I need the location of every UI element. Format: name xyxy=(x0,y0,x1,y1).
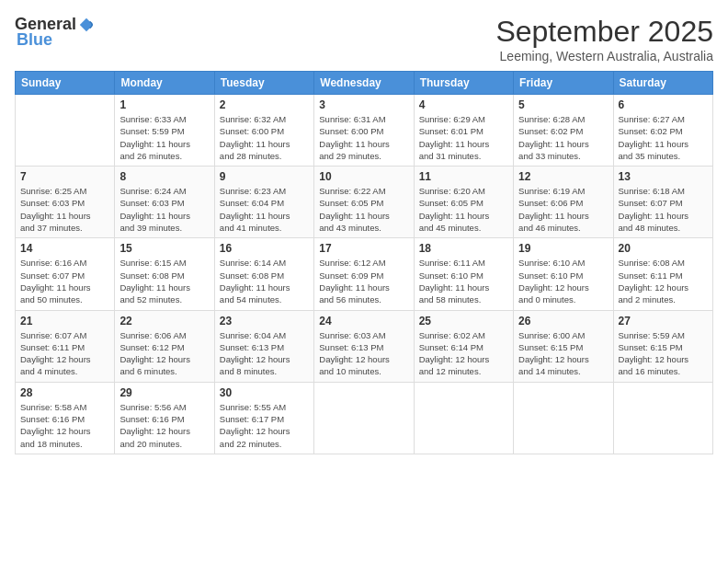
day-number: 4 xyxy=(419,98,508,111)
calendar-cell xyxy=(314,382,414,454)
day-number: 18 xyxy=(419,242,508,255)
cell-info: Sunrise: 6:07 AMSunset: 6:11 PMDaylight:… xyxy=(20,329,109,378)
calendar-week-row: 7Sunrise: 6:25 AMSunset: 6:03 PMDaylight… xyxy=(16,167,713,238)
calendar-cell: 22Sunrise: 6:06 AMSunset: 6:12 PMDayligh… xyxy=(115,310,214,382)
day-number: 17 xyxy=(319,242,408,255)
day-number: 11 xyxy=(419,170,508,183)
calendar-header-row: SundayMondayTuesdayWednesdayThursdayFrid… xyxy=(16,72,713,95)
calendar-cell: 5Sunrise: 6:28 AMSunset: 6:02 PMDaylight… xyxy=(514,95,613,167)
cell-info: Sunrise: 6:04 AMSunset: 6:13 PMDaylight:… xyxy=(220,329,309,378)
calendar-week-row: 14Sunrise: 6:16 AMSunset: 6:07 PMDayligh… xyxy=(16,238,713,310)
page-header: General Blue September 2025 Leeming, Wes… xyxy=(15,15,713,63)
cell-info: Sunrise: 5:58 AMSunset: 6:16 PMDaylight:… xyxy=(20,401,109,450)
cell-info: Sunrise: 6:11 AMSunset: 6:10 PMDaylight:… xyxy=(419,257,508,305)
cell-info: Sunrise: 6:15 AMSunset: 6:08 PMDaylight:… xyxy=(119,257,209,305)
cell-info: Sunrise: 6:00 AMSunset: 6:15 PMDaylight:… xyxy=(518,329,608,378)
cell-info: Sunrise: 6:18 AMSunset: 6:07 PMDaylight:… xyxy=(619,185,708,234)
calendar-cell: 4Sunrise: 6:29 AMSunset: 6:01 PMDaylight… xyxy=(414,95,513,167)
cell-info: Sunrise: 6:33 AMSunset: 5:59 PMDaylight:… xyxy=(119,113,209,162)
cell-info: Sunrise: 6:19 AMSunset: 6:06 PMDaylight:… xyxy=(518,185,608,234)
day-number: 30 xyxy=(220,386,309,399)
day-header-friday: Friday xyxy=(514,72,613,95)
calendar-cell: 19Sunrise: 6:10 AMSunset: 6:10 PMDayligh… xyxy=(514,238,613,310)
cell-info: Sunrise: 6:24 AMSunset: 6:03 PMDaylight:… xyxy=(119,185,209,234)
cell-info: Sunrise: 6:20 AMSunset: 6:05 PMDaylight:… xyxy=(419,185,508,234)
calendar-cell: 16Sunrise: 6:14 AMSunset: 6:08 PMDayligh… xyxy=(214,238,313,310)
calendar-table: SundayMondayTuesdayWednesdayThursdayFrid… xyxy=(15,71,713,454)
logo: General Blue xyxy=(15,15,95,50)
calendar-cell: 3Sunrise: 6:31 AMSunset: 6:00 PMDaylight… xyxy=(314,95,414,167)
calendar-cell xyxy=(514,382,613,454)
calendar-cell xyxy=(16,95,115,167)
day-header-wednesday: Wednesday xyxy=(314,72,414,95)
calendar-cell: 10Sunrise: 6:22 AMSunset: 6:05 PMDayligh… xyxy=(314,167,414,238)
cell-info: Sunrise: 5:55 AMSunset: 6:17 PMDaylight:… xyxy=(220,401,309,450)
cell-info: Sunrise: 6:10 AMSunset: 6:10 PMDaylight:… xyxy=(518,257,608,305)
calendar-cell: 6Sunrise: 6:27 AMSunset: 6:02 PMDaylight… xyxy=(613,95,712,167)
cell-info: Sunrise: 6:23 AMSunset: 6:04 PMDaylight:… xyxy=(220,185,309,234)
cell-info: Sunrise: 6:22 AMSunset: 6:05 PMDaylight:… xyxy=(319,185,408,234)
calendar-week-row: 28Sunrise: 5:58 AMSunset: 6:16 PMDayligh… xyxy=(16,382,713,454)
cell-info: Sunrise: 6:32 AMSunset: 6:00 PMDaylight:… xyxy=(220,113,309,162)
day-number: 12 xyxy=(518,170,608,183)
calendar-cell: 2Sunrise: 6:32 AMSunset: 6:00 PMDaylight… xyxy=(214,95,313,167)
calendar-cell: 9Sunrise: 6:23 AMSunset: 6:04 PMDaylight… xyxy=(214,167,313,238)
cell-info: Sunrise: 6:02 AMSunset: 6:14 PMDaylight:… xyxy=(419,329,508,378)
calendar-cell: 8Sunrise: 6:24 AMSunset: 6:03 PMDaylight… xyxy=(115,167,214,238)
calendar-cell: 30Sunrise: 5:55 AMSunset: 6:17 PMDayligh… xyxy=(214,382,313,454)
calendar-cell: 21Sunrise: 6:07 AMSunset: 6:11 PMDayligh… xyxy=(16,310,115,382)
cell-info: Sunrise: 6:06 AMSunset: 6:12 PMDaylight:… xyxy=(119,329,209,378)
calendar-week-row: 21Sunrise: 6:07 AMSunset: 6:11 PMDayligh… xyxy=(16,310,713,382)
day-number: 9 xyxy=(220,170,309,183)
calendar-cell: 20Sunrise: 6:08 AMSunset: 6:11 PMDayligh… xyxy=(613,238,712,310)
cell-info: Sunrise: 6:25 AMSunset: 6:03 PMDaylight:… xyxy=(20,185,109,234)
calendar-cell: 29Sunrise: 5:56 AMSunset: 6:16 PMDayligh… xyxy=(115,382,214,454)
day-number: 26 xyxy=(518,315,608,327)
cell-info: Sunrise: 6:28 AMSunset: 6:02 PMDaylight:… xyxy=(518,113,608,162)
day-number: 29 xyxy=(119,386,209,399)
day-number: 13 xyxy=(619,170,708,183)
day-header-monday: Monday xyxy=(115,72,214,95)
logo-icon xyxy=(78,17,95,33)
calendar-cell: 18Sunrise: 6:11 AMSunset: 6:10 PMDayligh… xyxy=(414,238,513,310)
calendar-cell: 25Sunrise: 6:02 AMSunset: 6:14 PMDayligh… xyxy=(414,310,513,382)
calendar-cell: 15Sunrise: 6:15 AMSunset: 6:08 PMDayligh… xyxy=(115,238,214,310)
calendar-cell: 17Sunrise: 6:12 AMSunset: 6:09 PMDayligh… xyxy=(314,238,414,310)
cell-info: Sunrise: 6:12 AMSunset: 6:09 PMDaylight:… xyxy=(319,257,408,305)
day-number: 8 xyxy=(119,170,209,183)
calendar-cell: 26Sunrise: 6:00 AMSunset: 6:15 PMDayligh… xyxy=(514,310,613,382)
day-header-saturday: Saturday xyxy=(613,72,712,95)
day-number: 20 xyxy=(619,242,708,255)
calendar-cell: 24Sunrise: 6:03 AMSunset: 6:13 PMDayligh… xyxy=(314,310,414,382)
day-header-sunday: Sunday xyxy=(16,72,115,95)
cell-info: Sunrise: 6:14 AMSunset: 6:08 PMDaylight:… xyxy=(220,257,309,305)
title-block: September 2025 Leeming, Western Australi… xyxy=(495,15,713,63)
day-number: 5 xyxy=(518,98,608,111)
cell-info: Sunrise: 6:03 AMSunset: 6:13 PMDaylight:… xyxy=(319,329,408,378)
calendar-cell: 7Sunrise: 6:25 AMSunset: 6:03 PMDaylight… xyxy=(16,167,115,238)
day-header-thursday: Thursday xyxy=(414,72,513,95)
logo-blue: Blue xyxy=(17,30,52,50)
cell-info: Sunrise: 5:56 AMSunset: 6:16 PMDaylight:… xyxy=(119,401,209,450)
calendar-cell: 13Sunrise: 6:18 AMSunset: 6:07 PMDayligh… xyxy=(613,167,712,238)
day-number: 23 xyxy=(220,315,309,327)
cell-info: Sunrise: 6:29 AMSunset: 6:01 PMDaylight:… xyxy=(419,113,508,162)
cell-info: Sunrise: 6:16 AMSunset: 6:07 PMDaylight:… xyxy=(20,257,109,305)
day-number: 27 xyxy=(619,315,708,327)
day-header-tuesday: Tuesday xyxy=(214,72,313,95)
day-number: 22 xyxy=(119,315,209,327)
day-number: 24 xyxy=(319,315,408,327)
location-title: Leeming, Western Australia, Australia xyxy=(495,49,713,63)
day-number: 15 xyxy=(119,242,209,255)
calendar-cell: 23Sunrise: 6:04 AMSunset: 6:13 PMDayligh… xyxy=(214,310,313,382)
day-number: 2 xyxy=(220,98,309,111)
calendar-cell: 1Sunrise: 6:33 AMSunset: 5:59 PMDaylight… xyxy=(115,95,214,167)
day-number: 3 xyxy=(319,98,408,111)
cell-info: Sunrise: 5:59 AMSunset: 6:15 PMDaylight:… xyxy=(619,329,708,378)
day-number: 28 xyxy=(20,386,109,399)
calendar-cell: 28Sunrise: 5:58 AMSunset: 6:16 PMDayligh… xyxy=(16,382,115,454)
calendar-week-row: 1Sunrise: 6:33 AMSunset: 5:59 PMDaylight… xyxy=(16,95,713,167)
day-number: 25 xyxy=(419,315,508,327)
calendar-cell xyxy=(414,382,513,454)
day-number: 1 xyxy=(119,98,209,111)
